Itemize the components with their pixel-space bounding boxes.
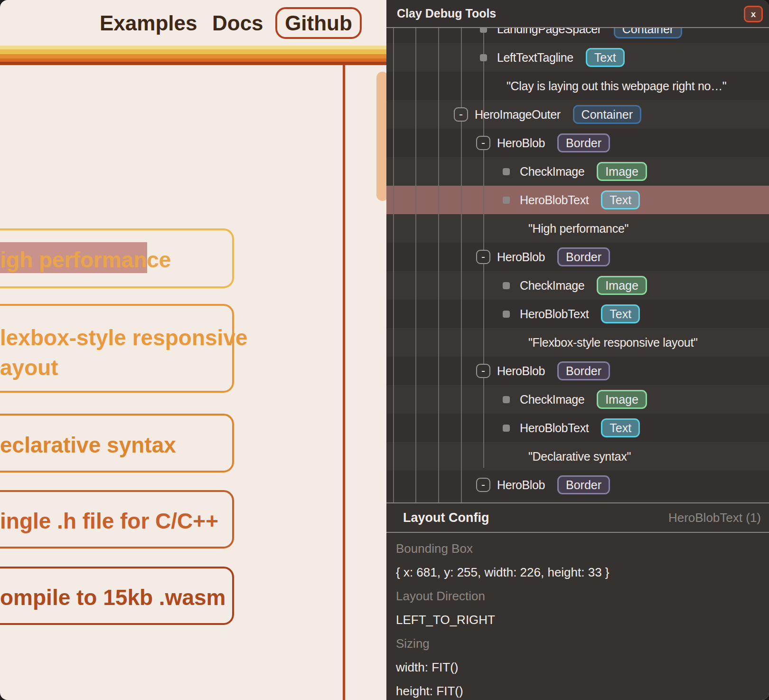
tree-node-row-HeroBlobText[interactable]: HeroBlobTextText [386,414,769,442]
tree-node-row-HeroBlobText[interactable]: HeroBlobTextText [386,300,769,328]
brand-gradient-stripes [0,46,386,65]
element-name-label: HeroBlobText [520,193,589,207]
tree-node-row-CheckImage[interactable]: CheckImageImage [386,157,769,186]
tree-node-row-HeroBlob[interactable]: -HeroBlobBorder [386,129,769,157]
element-name-label: HeroBlob [497,250,545,264]
collapse-button[interactable]: - [476,364,490,378]
element-type-badge: Image [597,162,647,181]
element-name-label: HeroBlobText [520,421,589,435]
element-type-badge: Border [557,133,610,152]
tree-node-row-HeroBlob[interactable]: -HeroBlobBorder [386,357,769,385]
layout-config-header: Layout Config HeroBlobText (1) [386,503,769,532]
stripe-band [0,62,386,65]
feature-box-text: eclarative syntax [0,430,176,460]
text-content-preview: "High performance" [528,222,628,236]
element-name-label: CheckImage [520,279,584,293]
element-name-label: HeroBlob [497,364,545,378]
leaf-bullet-icon [503,168,510,175]
feature-box-text: ompile to 15kb .wasm [0,583,225,613]
tree-node-row-LeftTextTagline[interactable]: LeftTextTaglineText [386,43,769,72]
stripe-band [0,58,386,62]
element-type-badge: Container [573,105,641,124]
layout-config-title: Layout Config [403,511,489,525]
element-type-badge: Border [557,361,610,380]
element-type-badge: Text [601,304,640,323]
layout-config-divider-top [386,502,769,503]
leaf-bullet-icon [480,54,487,61]
tree-node-row-HeroBlob[interactable]: -HeroBlobBorder [386,471,769,499]
config-value: LEFT_TO_RIGHT [386,608,769,632]
tree-text-preview-row[interactable]: "Clay is laying out this webpage right n… [386,72,769,100]
element-name-label: LeftTextTagline [497,51,573,65]
content-divider-line [343,65,345,700]
config-section-label: Bounding Box [386,537,769,560]
element-name-label: HeroBlobText [520,307,589,321]
element-type-badge: Text [586,48,625,67]
feature-box-text: lexbox-style responsiveayout [0,323,248,383]
config-value: width: FIT() [386,655,769,679]
header-divider [386,27,769,28]
element-type-badge: Border [557,247,610,266]
debug-panel-header: Clay Debug Tools [386,0,769,27]
leaf-bullet-icon [503,197,510,204]
element-tree: LandingPageSpacerContainerLeftTextTaglin… [386,0,769,502]
config-value: { x: 681, y: 255, width: 226, height: 33… [386,560,769,584]
layout-config-details: Bounding Box{ x: 681, y: 255, width: 226… [386,537,769,700]
config-section-label: Sizing [386,632,769,655]
close-button[interactable]: x [744,6,763,22]
feature-box-text: ingle .h file for C/C++ [0,506,218,536]
tree-text-preview-row[interactable]: "Declarative syntax" [386,442,769,471]
collapse-button[interactable]: - [476,250,490,264]
tree-node-row-CheckImage[interactable]: CheckImageImage [386,385,769,414]
element-type-badge: Image [597,276,647,295]
feature-box: ingle .h file for C/C++ [0,490,234,549]
clay-debug-panel: LandingPageSpacerContainerLeftTextTaglin… [386,0,769,700]
element-name-label: CheckImage [520,165,584,179]
stripe-band [0,54,386,58]
nav-link-examples[interactable]: Examples [100,11,197,35]
element-type-badge: Border [557,475,610,494]
leaf-bullet-icon [503,396,510,403]
element-name-label: HeroBlob [497,478,545,492]
feature-box: igh performance [0,228,234,288]
close-icon: x [751,9,756,19]
tree-text-preview-row[interactable]: "High performance" [386,214,769,243]
feature-box-text: igh performance [0,245,171,275]
config-section-label: Layout Direction [386,584,769,608]
element-type-badge: Text [601,418,640,437]
tree-node-row-HeroBlobText[interactable]: HeroBlobTextText [386,186,769,214]
element-type-badge: Image [597,390,647,409]
debug-panel-title: Clay Debug Tools [397,7,496,20]
leaf-bullet-icon [503,311,510,318]
tree-node-row-HeroBlob[interactable]: -HeroBlobBorder [386,243,769,271]
collapse-button[interactable]: - [476,478,490,492]
leaf-bullet-icon [503,282,510,289]
collapse-button[interactable]: - [476,136,490,150]
nav-link-docs[interactable]: Docs [212,11,263,35]
github-button[interactable]: Github [275,7,362,39]
text-content-preview: "Declarative syntax" [528,450,631,464]
tree-node-row-HeroImageOuter[interactable]: -HeroImageOuterContainer [386,100,769,129]
text-content-preview: "Flexbox-style responsive layout" [528,336,698,350]
text-content-preview: "Clay is laying out this webpage right n… [506,79,726,93]
tree-node-row-CheckImage[interactable]: CheckImageImage [386,271,769,300]
feature-box: lexbox-style responsiveayout [0,304,234,393]
clay-debug-window: Examples Docs Github igh performancelexb… [0,0,769,700]
selected-element-name: HeroBlobText (1) [668,511,761,525]
feature-box: eclarative syntax [0,414,234,473]
element-name-label: HeroImageOuter [475,108,561,122]
stripe-band [0,46,386,49]
github-button-label: Github [285,11,352,35]
stripe-band [0,49,386,54]
config-value: height: FIT() [386,679,769,700]
element-type-badge: Text [601,190,640,209]
layout-config-divider-bottom [386,532,769,533]
element-name-label: HeroBlob [497,136,545,150]
tree-text-preview-row[interactable]: "Flexbox-style responsive layout" [386,328,769,357]
collapse-button[interactable]: - [454,107,468,122]
element-name-label: CheckImage [520,393,584,407]
leaf-bullet-icon [503,425,510,432]
feature-box: ompile to 15kb .wasm [0,567,234,625]
